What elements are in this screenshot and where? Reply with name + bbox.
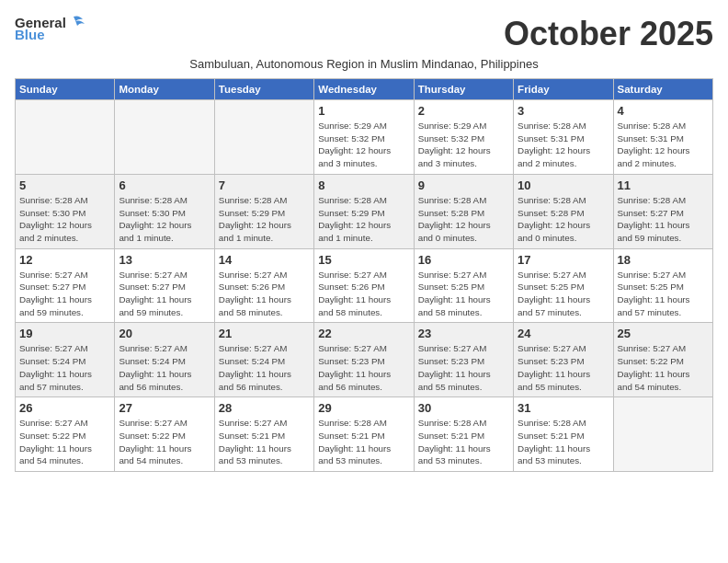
day-info: Sunrise: 5:28 AMSunset: 5:27 PMDaylight:…: [618, 194, 709, 245]
day-number: 21: [219, 327, 310, 340]
day-number: 25: [618, 327, 709, 340]
day-info: Sunrise: 5:27 AMSunset: 5:23 PMDaylight:…: [518, 342, 609, 393]
day-info: Sunrise: 5:27 AMSunset: 5:25 PMDaylight:…: [518, 269, 609, 319]
week-row-3: 12Sunrise: 5:27 AMSunset: 5:27 PMDayligh…: [16, 248, 713, 323]
day-info: Sunrise: 5:28 AMSunset: 5:28 PMDaylight:…: [518, 194, 609, 245]
calendar-cell: 1Sunrise: 5:29 AMSunset: 5:32 PMDaylight…: [314, 100, 414, 175]
day-info: Sunrise: 5:27 AMSunset: 5:21 PMDaylight:…: [219, 417, 310, 467]
day-number: 20: [119, 327, 210, 340]
day-number: 2: [418, 104, 509, 118]
day-info: Sunrise: 5:27 AMSunset: 5:22 PMDaylight:…: [19, 417, 110, 467]
day-info: Sunrise: 5:27 AMSunset: 5:26 PMDaylight:…: [219, 269, 310, 319]
day-info: Sunrise: 5:27 AMSunset: 5:23 PMDaylight:…: [418, 342, 509, 393]
day-number: 15: [318, 253, 409, 267]
calendar-cell: 10Sunrise: 5:28 AMSunset: 5:28 PMDayligh…: [514, 174, 613, 248]
day-number: 29: [318, 401, 409, 415]
day-info: Sunrise: 5:27 AMSunset: 5:25 PMDaylight:…: [618, 269, 709, 319]
day-number: 5: [19, 178, 110, 192]
calendar-cell: 14Sunrise: 5:27 AMSunset: 5:26 PMDayligh…: [214, 248, 313, 323]
day-number: 13: [119, 253, 210, 267]
day-number: 4: [618, 104, 709, 118]
calendar-cell: 27Sunrise: 5:27 AMSunset: 5:22 PMDayligh…: [115, 397, 214, 472]
week-row-2: 5Sunrise: 5:28 AMSunset: 5:30 PMDaylight…: [16, 174, 713, 248]
calendar-cell: 7Sunrise: 5:28 AMSunset: 5:29 PMDaylight…: [214, 174, 313, 248]
day-info: Sunrise: 5:27 AMSunset: 5:24 PMDaylight:…: [19, 342, 110, 393]
day-number: 27: [119, 401, 210, 415]
calendar-cell: [214, 100, 313, 175]
day-number: 16: [418, 253, 509, 267]
calendar-cell: 11Sunrise: 5:28 AMSunset: 5:27 PMDayligh…: [613, 174, 712, 248]
day-info: Sunrise: 5:29 AMSunset: 5:32 PMDaylight:…: [318, 120, 409, 170]
day-info: Sunrise: 5:28 AMSunset: 5:30 PMDaylight:…: [19, 194, 110, 245]
day-number: 28: [219, 401, 310, 415]
day-number: 18: [618, 253, 709, 267]
calendar-cell: 6Sunrise: 5:28 AMSunset: 5:30 PMDaylight…: [115, 174, 214, 248]
day-info: Sunrise: 5:28 AMSunset: 5:21 PMDaylight:…: [518, 417, 609, 467]
calendar-cell: 20Sunrise: 5:27 AMSunset: 5:24 PMDayligh…: [115, 323, 214, 397]
day-info: Sunrise: 5:28 AMSunset: 5:31 PMDaylight:…: [518, 120, 609, 170]
calendar-cell: 2Sunrise: 5:29 AMSunset: 5:32 PMDaylight…: [414, 100, 513, 175]
calendar-cell: 29Sunrise: 5:28 AMSunset: 5:21 PMDayligh…: [314, 397, 414, 472]
calendar-cell: 26Sunrise: 5:27 AMSunset: 5:22 PMDayligh…: [16, 397, 115, 472]
calendar-cell: 15Sunrise: 5:27 AMSunset: 5:26 PMDayligh…: [314, 248, 414, 323]
calendar-cell: 3Sunrise: 5:28 AMSunset: 5:31 PMDaylight…: [514, 100, 613, 175]
day-number: 9: [418, 178, 509, 192]
day-number: 6: [119, 178, 210, 192]
day-number: 12: [19, 253, 110, 267]
calendar-subtitle: Sambuluan, Autonomous Region in Muslim M…: [15, 57, 713, 71]
calendar-cell: 18Sunrise: 5:27 AMSunset: 5:25 PMDayligh…: [613, 248, 712, 323]
day-number: 26: [19, 401, 110, 415]
calendar-cell: 5Sunrise: 5:28 AMSunset: 5:30 PMDaylight…: [16, 174, 115, 248]
day-info: Sunrise: 5:27 AMSunset: 5:24 PMDaylight:…: [219, 342, 310, 393]
day-header-saturday: Saturday: [613, 79, 712, 100]
calendar-table: SundayMondayTuesdayWednesdayThursdayFrid…: [15, 78, 713, 472]
calendar-cell: 31Sunrise: 5:28 AMSunset: 5:21 PMDayligh…: [514, 397, 613, 472]
calendar-cell: [613, 397, 712, 472]
week-row-4: 19Sunrise: 5:27 AMSunset: 5:24 PMDayligh…: [16, 323, 713, 397]
calendar-cell: 13Sunrise: 5:27 AMSunset: 5:27 PMDayligh…: [115, 248, 214, 323]
day-info: Sunrise: 5:27 AMSunset: 5:22 PMDaylight:…: [119, 417, 210, 467]
week-row-1: 1Sunrise: 5:29 AMSunset: 5:32 PMDaylight…: [16, 100, 713, 175]
day-number: 19: [19, 327, 110, 340]
day-number: 17: [518, 253, 609, 267]
day-number: 30: [418, 401, 509, 415]
logo-icon: [66, 15, 86, 31]
day-number: 3: [518, 104, 609, 118]
day-number: 11: [618, 178, 709, 192]
day-info: Sunrise: 5:27 AMSunset: 5:22 PMDaylight:…: [618, 342, 709, 393]
calendar-cell: 8Sunrise: 5:28 AMSunset: 5:29 PMDaylight…: [314, 174, 414, 248]
day-number: 10: [518, 178, 609, 192]
day-info: Sunrise: 5:27 AMSunset: 5:27 PMDaylight:…: [19, 269, 110, 319]
calendar-cell: 22Sunrise: 5:27 AMSunset: 5:23 PMDayligh…: [314, 323, 414, 397]
day-info: Sunrise: 5:29 AMSunset: 5:32 PMDaylight:…: [418, 120, 509, 170]
day-info: Sunrise: 5:28 AMSunset: 5:29 PMDaylight:…: [219, 194, 310, 245]
day-info: Sunrise: 5:27 AMSunset: 5:26 PMDaylight:…: [318, 269, 409, 319]
calendar-cell: 12Sunrise: 5:27 AMSunset: 5:27 PMDayligh…: [16, 248, 115, 323]
calendar-cell: 17Sunrise: 5:27 AMSunset: 5:25 PMDayligh…: [514, 248, 613, 323]
calendar-cell: 9Sunrise: 5:28 AMSunset: 5:28 PMDaylight…: [414, 174, 513, 248]
day-number: 8: [318, 178, 409, 192]
day-info: Sunrise: 5:27 AMSunset: 5:23 PMDaylight:…: [318, 342, 409, 393]
day-info: Sunrise: 5:28 AMSunset: 5:21 PMDaylight:…: [418, 417, 509, 467]
day-info: Sunrise: 5:27 AMSunset: 5:24 PMDaylight:…: [119, 342, 210, 393]
day-header-thursday: Thursday: [414, 79, 513, 100]
day-info: Sunrise: 5:28 AMSunset: 5:21 PMDaylight:…: [318, 417, 409, 467]
month-title: October 2025: [504, 15, 713, 53]
calendar-cell: 4Sunrise: 5:28 AMSunset: 5:31 PMDaylight…: [613, 100, 712, 175]
day-info: Sunrise: 5:28 AMSunset: 5:30 PMDaylight:…: [119, 194, 210, 245]
calendar-cell: 19Sunrise: 5:27 AMSunset: 5:24 PMDayligh…: [16, 323, 115, 397]
page-header: General Blue October 2025: [15, 15, 713, 53]
day-info: Sunrise: 5:27 AMSunset: 5:25 PMDaylight:…: [418, 269, 509, 319]
calendar-cell: 30Sunrise: 5:28 AMSunset: 5:21 PMDayligh…: [414, 397, 513, 472]
day-header-sunday: Sunday: [16, 79, 115, 100]
calendar-cell: 25Sunrise: 5:27 AMSunset: 5:22 PMDayligh…: [613, 323, 712, 397]
calendar-cell: 16Sunrise: 5:27 AMSunset: 5:25 PMDayligh…: [414, 248, 513, 323]
day-number: 23: [418, 327, 509, 340]
day-header-friday: Friday: [514, 79, 613, 100]
day-number: 1: [318, 104, 409, 118]
logo: General Blue: [15, 15, 86, 43]
day-header-tuesday: Tuesday: [214, 79, 313, 100]
day-number: 14: [219, 253, 310, 267]
day-number: 24: [518, 327, 609, 340]
day-number: 31: [518, 401, 609, 415]
